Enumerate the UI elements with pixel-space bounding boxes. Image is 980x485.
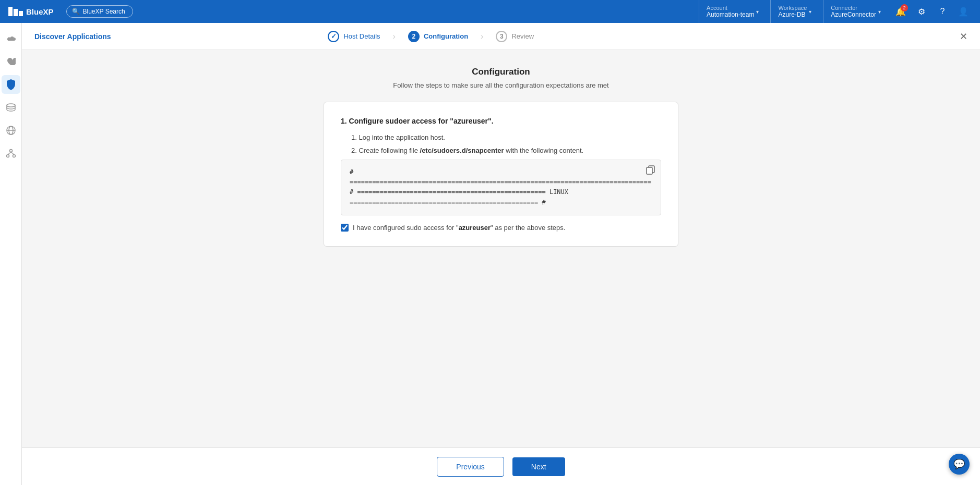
step-separator-1: ›	[393, 32, 396, 41]
wizard-body: Configuration Follow the steps to make s…	[22, 50, 980, 447]
sidebar-item-globe[interactable]	[2, 121, 20, 140]
sub-step-1: 1. Log into the application host.	[351, 134, 661, 141]
step3-circle: 3	[496, 31, 507, 42]
sidebar-item-storage[interactable]	[2, 98, 20, 117]
sub-step-2: 2. Create following file /etc/sudoers.d/…	[351, 147, 661, 154]
confirmation-checkbox-row[interactable]: I have configured sudo access for "azure…	[341, 224, 661, 232]
main-layout: Discover Applications ✓ Host Details › 2…	[0, 23, 980, 485]
app-logo: BlueXP	[8, 7, 54, 16]
svg-point-3	[7, 104, 15, 107]
svg-rect-0	[8, 7, 13, 16]
copy-button[interactable]	[646, 165, 655, 177]
account-section[interactable]: Account Automation-team ▾	[699, 0, 766, 23]
wizard-title: Discover Applications	[34, 32, 111, 41]
wizard-step-3: 3 Review	[496, 31, 534, 42]
workspace-section[interactable]: Workspace Azure-DB ▾	[770, 0, 819, 23]
notification-badge: 2	[901, 4, 908, 11]
code-line-3: # ======================================…	[350, 187, 652, 197]
svg-rect-1	[14, 9, 18, 16]
code-block: # ======================================…	[341, 160, 661, 215]
svg-point-7	[9, 150, 12, 152]
sidebar-item-protection[interactable]	[2, 75, 20, 94]
workspace-chevron-icon: ▾	[809, 9, 811, 15]
close-button[interactable]: ✕	[960, 31, 967, 42]
config-card: 1. Configure sudoer access for "azureuse…	[324, 102, 678, 247]
config-sub-steps: 1. Log into the application host. 2. Cre…	[341, 134, 661, 154]
next-button[interactable]: Next	[512, 457, 565, 476]
wizard-step-2: 2 Configuration	[408, 31, 468, 42]
chat-button[interactable]: 💬	[949, 454, 970, 475]
top-navbar: BlueXP 🔍 BlueXP Search Account Automatio…	[0, 0, 980, 23]
config-step-title: 1. Configure sudoer access for "azureuse…	[341, 117, 661, 125]
connector-section[interactable]: Connector AzureConnector ▾	[823, 0, 888, 23]
search-button[interactable]: 🔍 BlueXP Search	[66, 5, 133, 18]
code-line-2: ========================================…	[350, 177, 652, 187]
account-value: Automation-team	[707, 11, 754, 18]
account-chevron-icon: ▾	[756, 9, 759, 15]
workspace-value: Azure-DB	[778, 11, 807, 18]
step2-circle: 2	[408, 31, 420, 42]
sidebar-item-health[interactable]	[2, 52, 20, 71]
netapp-logo-icon	[8, 7, 23, 16]
workspace-label: Workspace	[778, 5, 807, 11]
step3-label: Review	[511, 32, 534, 40]
content-area: Discover Applications ✓ Host Details › 2…	[22, 23, 980, 485]
svg-point-8	[6, 155, 9, 157]
sidebar	[0, 23, 22, 485]
wizard-header: Discover Applications ✓ Host Details › 2…	[22, 23, 980, 50]
account-label: Account	[707, 5, 754, 11]
wizard-footer: Previous Next	[22, 447, 980, 485]
section-subtitle: Follow the steps to make sure all the co…	[393, 81, 608, 89]
user-button[interactable]: 👤	[955, 3, 972, 20]
settings-button[interactable]: ⚙	[913, 3, 930, 20]
svg-rect-13	[647, 167, 652, 174]
svg-rect-2	[19, 11, 23, 16]
section-title: Configuration	[472, 67, 530, 77]
svg-line-11	[11, 152, 14, 155]
step2-label: Configuration	[424, 32, 468, 40]
help-button[interactable]: ?	[934, 3, 951, 20]
connector-chevron-icon: ▾	[878, 9, 881, 15]
connector-label: Connector	[831, 5, 876, 11]
wizard-step-1: ✓ Host Details	[328, 31, 380, 42]
checkbox-label: I have configured sudo access for "azure…	[353, 224, 565, 232]
search-icon: 🔍	[72, 8, 80, 15]
sidebar-item-nodes[interactable]	[2, 144, 20, 163]
code-line-4: ========================================…	[350, 198, 652, 208]
wizard-steps: ✓ Host Details › 2 Configuration › 3 Rev…	[328, 31, 534, 42]
code-line-1: #	[350, 167, 652, 177]
confirmation-checkbox[interactable]	[341, 224, 349, 232]
notifications-button[interactable]: 🔔 2	[892, 3, 909, 20]
step1-label: Host Details	[343, 32, 380, 40]
step1-circle: ✓	[328, 31, 339, 42]
sidebar-item-cloud[interactable]	[2, 29, 20, 48]
step-separator-2: ›	[481, 32, 483, 41]
svg-point-9	[13, 155, 15, 157]
previous-button[interactable]: Previous	[437, 457, 504, 477]
svg-line-10	[8, 152, 11, 155]
brand-text: BlueXP	[26, 7, 54, 16]
connector-value: AzureConnector	[831, 11, 876, 18]
